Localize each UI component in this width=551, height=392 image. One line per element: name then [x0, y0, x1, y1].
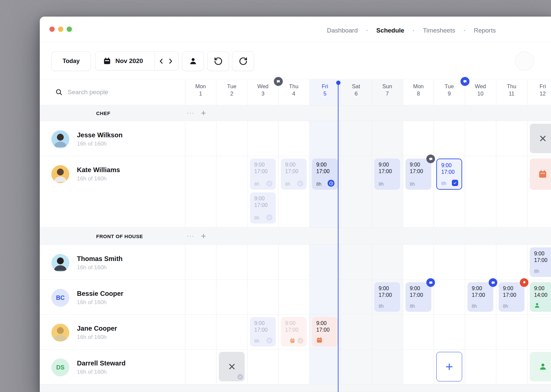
person-name: Darrell Steward	[77, 359, 126, 367]
shift-cell-teal[interactable]: 9:0014:00	[530, 282, 551, 312]
group-add-icon[interactable]: +	[201, 108, 206, 118]
person-hours: 16h of 160h	[77, 175, 107, 182]
group-add-icon[interactable]: +	[201, 231, 206, 241]
shift-cell-person-mint[interactable]	[530, 352, 551, 381]
nav-item-timesheets[interactable]: Timesheets	[423, 27, 455, 34]
day-number: 11	[496, 90, 527, 97]
minimize-button[interactable]	[58, 27, 63, 32]
desktop-background: DashboardScheduleTimesheetsReports Today…	[0, 0, 551, 392]
shift-cell-faded[interactable]: 9:0017:008h	[281, 159, 307, 190]
zoom-button[interactable]	[67, 27, 72, 32]
assignee-person-icon	[534, 302, 540, 309]
shift-hours: 8h	[441, 181, 447, 186]
window-controls[interactable]	[49, 27, 72, 32]
person-name: Jesse Wilkson	[77, 131, 123, 139]
undo-button[interactable]	[207, 51, 229, 71]
day-number: 6	[340, 90, 372, 97]
shift-cell-pink[interactable]: 9:0017:00	[312, 317, 338, 347]
nav-item-schedule[interactable]: Schedule	[376, 27, 404, 34]
group-label: FRONT OF HOUSE	[96, 233, 143, 239]
chevron-left-icon[interactable]	[157, 57, 165, 65]
shift-cell-faded[interactable]: 9:0017:008h	[250, 159, 276, 190]
day-header-thu-4: Thu4	[278, 83, 309, 97]
shift-check-badge	[237, 374, 243, 380]
person-name: Kate Williams	[77, 166, 120, 174]
shift-times: 9:0017:00	[254, 195, 268, 209]
add-shift-plus-icon	[437, 352, 462, 381]
day-number: 10	[465, 90, 496, 97]
shift-times: 9:0014:00	[534, 285, 547, 298]
current-time-dot[interactable]	[336, 81, 340, 85]
titlebar-divider	[40, 42, 551, 42]
shift-cell-faded[interactable]: 9:0017:008h	[250, 192, 276, 224]
shift-cell-planned[interactable]: 9:0017:008h	[374, 159, 400, 190]
nav-separator-dot	[366, 30, 368, 31]
shift-times: 9:0017:00	[379, 162, 392, 175]
group-options-icon[interactable]: ⋯	[187, 232, 194, 240]
day-header-sat-6: Sat6	[340, 83, 372, 97]
group-options-icon[interactable]: ⋯	[187, 109, 194, 117]
shift-cell-planned[interactable]: 9:0017:008h	[405, 159, 431, 190]
shift-cell-planned[interactable]: 9:0017:008h	[467, 282, 493, 312]
close-button[interactable]	[49, 27, 55, 32]
redo-icon	[239, 57, 248, 66]
approved-check-icon	[266, 214, 273, 221]
chevron-right-icon[interactable]	[166, 57, 175, 65]
time-off-calendar-icon	[530, 159, 551, 190]
shift-cell-today[interactable]: 9:0017:008h	[312, 159, 338, 190]
month-picker[interactable]: Nov 2020	[95, 51, 179, 70]
day-header-tue-2: Tue2	[216, 83, 247, 97]
timeline-note-badge-dark[interactable]	[274, 77, 283, 86]
person-hours: 16h of 160h	[77, 369, 107, 375]
shift-times: 9:0017:00	[254, 162, 268, 175]
comment-badge[interactable]	[426, 278, 435, 287]
avatar	[51, 324, 69, 342]
search-input[interactable]	[67, 86, 171, 99]
shift-hours: 8h	[472, 303, 477, 309]
approved-check-icon	[266, 180, 273, 187]
toolbar-ghost-button[interactable]	[515, 51, 534, 71]
redo-button[interactable]	[232, 51, 254, 71]
nav-item-dashboard[interactable]: Dashboard	[327, 27, 358, 34]
comment-badge[interactable]	[426, 155, 435, 163]
shift-cell-planned[interactable]: 9:0017:008h	[499, 282, 524, 312]
shift-hours: 8h	[503, 303, 508, 309]
row-divider	[40, 314, 551, 315]
shift-times: 9:0017:00	[254, 320, 268, 333]
shift-hours: 8h	[316, 181, 322, 187]
day-header-mon-8: Mon8	[403, 83, 434, 97]
shift-cell-absent[interactable]	[530, 124, 551, 153]
group-header-front-of-house: FRONT OF HOUSE⋯+	[40, 227, 551, 245]
shift-hours: 8h	[410, 181, 415, 187]
person-icon	[189, 57, 198, 66]
shift-cell-faded[interactable]: 9:0017:008h	[250, 317, 276, 347]
person-hours: 16h of 160h	[77, 264, 107, 271]
today-button[interactable]: Today	[51, 51, 91, 71]
nav-item-reports[interactable]: Reports	[474, 27, 496, 34]
selected-checkbox-icon[interactable]	[452, 180, 458, 186]
day-header-wed-3: Wed3	[247, 83, 278, 97]
alert-bell-badge[interactable]	[520, 278, 528, 287]
comment-badge[interactable]	[489, 278, 497, 287]
search-icon	[55, 88, 63, 96]
shift-cell-planned[interactable]: 9:0017:008h	[374, 282, 400, 312]
group-header-chef: CHEF⋯+	[40, 105, 551, 121]
open-shift-person-icon	[530, 352, 551, 381]
row-divider	[40, 349, 551, 350]
shift-times: 9:0017:00	[379, 285, 392, 298]
shift-cell-planned[interactable]: 9:0017:008h	[405, 282, 431, 312]
shift-cell-pinkfaded[interactable]: 9:0017:00	[281, 317, 307, 347]
time-off-calendar-icon	[289, 338, 295, 344]
day-number: 4	[278, 90, 309, 97]
shift-cell-selected[interactable]: 9:0017:008h	[436, 159, 462, 190]
shift-times: 9:0017:00	[285, 162, 298, 175]
avatar: DS	[51, 359, 69, 376]
shift-cell-planned[interactable]: 9:0017:008h	[530, 247, 551, 277]
shift-hours: 8h	[285, 181, 290, 187]
avatar: BC	[51, 289, 69, 307]
shift-cell-add[interactable]	[436, 352, 462, 381]
people-view-button[interactable]	[182, 51, 204, 71]
current-time-line	[338, 83, 338, 392]
timeline-note-badge-blue[interactable]	[460, 77, 469, 86]
shift-cell-calendar-pink[interactable]	[530, 159, 551, 190]
